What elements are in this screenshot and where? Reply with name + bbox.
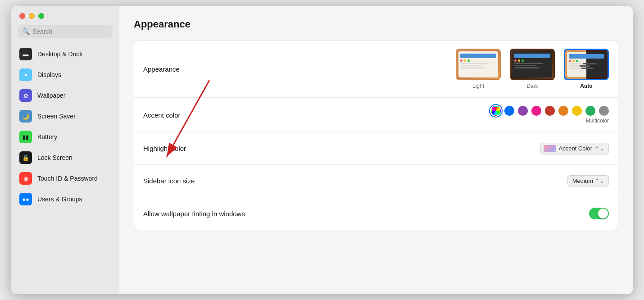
- sidebar-label-lock-screen: Lock Screen: [37, 154, 73, 161]
- sidebar-items-list: ▬ Desktop & Dock ✦ Displays ✿ Wallpaper …: [11, 44, 119, 294]
- accent-color-label: Accent color: [143, 111, 233, 119]
- highlight-color-row: Highlight color Accent Color ⌃⌄: [134, 132, 618, 165]
- sidebar-icon-lock-screen: 🔒: [19, 151, 32, 164]
- light-thumb: [456, 49, 501, 80]
- accent-colors-wrap: Multicolor: [491, 106, 609, 124]
- sidebar: 🔍 ▬ Desktop & Dock ✦ Displays ✿ Wallpape…: [11, 6, 119, 294]
- sidebar-icon-size-selector[interactable]: Medium ⌃⌄: [567, 175, 609, 186]
- settings-window: 🔍 ▬ Desktop & Dock ✦ Displays ✿ Wallpape…: [11, 6, 633, 294]
- wallpaper-tinting-control: [245, 208, 609, 219]
- sidebar-item-lock-screen[interactable]: 🔒 Lock Screen: [15, 148, 115, 168]
- thumb-dots-dark: [514, 59, 550, 62]
- appearance-row: Appearance: [134, 41, 618, 98]
- sidebar-label-battery: Battery: [37, 133, 57, 141]
- wallpaper-tinting-toggle[interactable]: [589, 208, 609, 219]
- thumb-dots: [460, 59, 496, 62]
- sidebar-icon-size-row: Sidebar icon size Medium ⌃⌄: [134, 165, 618, 197]
- sidebar-label-screen-saver: Screen Saver: [37, 113, 76, 120]
- accent-red[interactable]: [545, 106, 555, 116]
- sidebar-icon-size-label: Sidebar icon size: [143, 177, 233, 185]
- appearance-options: Light: [456, 49, 609, 89]
- dark-thumb: [510, 49, 555, 80]
- sidebar-item-displays[interactable]: ✦ Displays: [15, 65, 115, 85]
- sidebar-item-wallpaper[interactable]: ✿ Wallpaper: [15, 86, 115, 105]
- appearance-option-light[interactable]: Light: [456, 49, 501, 89]
- settings-panel: Appearance: [134, 40, 618, 230]
- sidebar-item-desktop-dock[interactable]: ▬ Desktop & Dock: [15, 44, 115, 64]
- accent-multicolor[interactable]: [491, 106, 501, 116]
- auto-label: Auto: [580, 83, 592, 89]
- sidebar-item-users-groups[interactable]: ●● Users & Groups: [15, 189, 115, 209]
- maximize-button[interactable]: [38, 13, 44, 19]
- sidebar-icon-size-value: Medium: [572, 177, 593, 184]
- accent-color-control: Multicolor: [233, 106, 609, 124]
- thumb-dots-auto: [569, 60, 604, 62]
- sidebar-size-stepper-icon: ⌃⌄: [595, 178, 604, 184]
- sidebar-item-touch-id[interactable]: ◉ Touch ID & Password: [15, 168, 115, 188]
- highlight-value-label: Accent Color: [559, 145, 592, 152]
- page-title: Appearance: [134, 18, 618, 30]
- light-label: Light: [472, 83, 484, 89]
- thumb-bar-dark: [514, 54, 550, 58]
- wallpaper-tinting-label: Allow wallpaper tinting in windows: [143, 210, 245, 218]
- auto-thumb: [564, 49, 609, 80]
- sidebar-label-wallpaper: Wallpaper: [37, 92, 66, 99]
- accent-yellow[interactable]: [572, 106, 582, 116]
- appearance-label: Appearance: [143, 65, 233, 73]
- sidebar-label-displays: Displays: [37, 71, 61, 78]
- wallpaper-tinting-row: Allow wallpaper tinting in windows: [134, 197, 618, 230]
- traffic-lights: [11, 6, 119, 25]
- sidebar-item-battery[interactable]: ▮▮ Battery: [15, 127, 115, 147]
- appearance-control: Light: [233, 49, 609, 89]
- thumb-bar: [460, 54, 496, 58]
- accent-green[interactable]: [585, 106, 595, 116]
- close-button[interactable]: [19, 13, 25, 19]
- sidebar-icon-users-groups: ●●: [19, 193, 32, 205]
- sidebar-label-touch-id: Touch ID & Password: [37, 175, 98, 182]
- dark-label: Dark: [526, 83, 538, 89]
- sidebar-icon-size-control: Medium ⌃⌄: [233, 175, 609, 186]
- sidebar-label-users-groups: Users & Groups: [37, 195, 82, 203]
- sidebar-icon-displays: ✦: [19, 68, 32, 81]
- thumb-bar-auto: [569, 54, 604, 59]
- sidebar-icon-battery: ▮▮: [19, 131, 32, 143]
- appearance-option-dark[interactable]: Dark: [510, 49, 555, 89]
- highlight-color-selector[interactable]: Accent Color ⌃⌄: [540, 143, 609, 155]
- main-content: Appearance Appearance: [119, 6, 633, 294]
- accent-blue[interactable]: [504, 106, 514, 116]
- highlight-stepper-icon: ⌃⌄: [595, 145, 604, 152]
- sidebar-icon-wallpaper: ✿: [19, 89, 32, 102]
- sidebar-icon-desktop-dock: ▬: [19, 48, 32, 60]
- appearance-option-auto[interactable]: Auto: [564, 49, 609, 89]
- sidebar-item-screen-saver[interactable]: 🌙 Screen Saver: [15, 106, 115, 126]
- minimize-button[interactable]: [29, 13, 35, 19]
- search-input[interactable]: [32, 28, 108, 35]
- highlight-color-label: Highlight color: [143, 145, 233, 152]
- sidebar-icon-touch-id: ◉: [19, 172, 32, 185]
- sidebar-label-desktop-dock: Desktop & Dock: [37, 50, 82, 58]
- search-bar[interactable]: 🔍: [18, 25, 113, 38]
- sidebar-icon-screen-saver: 🌙: [19, 110, 32, 123]
- highlight-swatch: [544, 145, 556, 152]
- accent-sublabel: Multicolor: [586, 118, 609, 124]
- search-icon: 🔍: [22, 28, 30, 35]
- accent-pink[interactable]: [531, 106, 541, 116]
- accent-orange[interactable]: [558, 106, 568, 116]
- highlight-color-control: Accent Color ⌃⌄: [233, 143, 609, 155]
- accent-color-row: Accent color: [134, 98, 618, 132]
- main-wrapper: Appearance Appearance: [119, 6, 633, 294]
- accent-graphite[interactable]: [599, 106, 609, 116]
- accent-colors: [491, 106, 609, 116]
- accent-purple[interactable]: [518, 106, 528, 116]
